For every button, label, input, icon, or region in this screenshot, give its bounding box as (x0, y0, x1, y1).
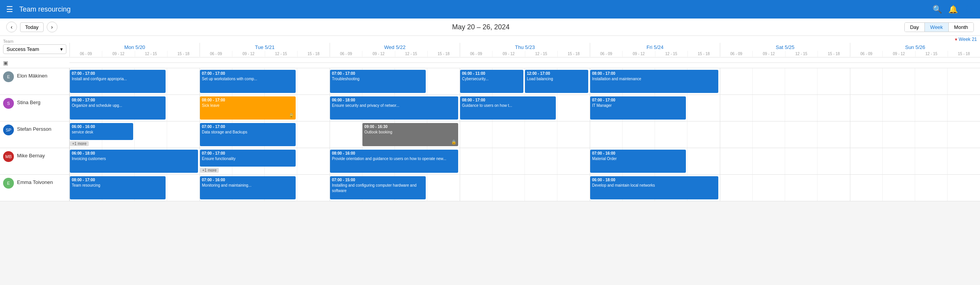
person-row: SPStefan Persson06:00 - 16:00service des… (0, 121, 980, 148)
event-block[interactable]: 08:00 - 17:00Sick leave🔒 (200, 96, 296, 120)
event-block[interactable]: 08:00 - 17:00Organize and schedule upg..… (70, 96, 166, 120)
event-block[interactable]: 09:00 - 16:30Outlook booking🔒 (362, 123, 458, 146)
event-title: Installation and maintenance (592, 76, 716, 82)
event-block[interactable]: 07:00 - 16:00Monitoring and maintaining.… (200, 176, 296, 199)
time-slot: 09 - 12 (623, 51, 655, 57)
user-avatar-icon[interactable]: 👤 (964, 5, 974, 14)
toolbar: ‹ Today › May 20 – 26, 2024 Day Week Mon… (0, 19, 980, 36)
event-time: 07:00 - 16:00 (592, 151, 684, 156)
event-title: Install and configure appropria... (72, 76, 164, 82)
time-slot: 15 - 18 (948, 51, 980, 57)
event-title: Guidance to users on how t... (462, 103, 554, 108)
time-slot: 15 - 18 (298, 51, 330, 57)
day-column-tue: Tue 5/21 (200, 43, 330, 51)
event-time: 07:00 - 16:00 (202, 177, 294, 183)
view-month-button[interactable]: Month (949, 23, 973, 32)
event-time: 06:00 - 18:00 (592, 177, 716, 183)
event-block[interactable]: 12:00 - 17:00Load balancing (525, 70, 588, 93)
event-block[interactable]: 06:00 - 16:00service desk (70, 123, 133, 140)
time-slot: 09 - 12 (753, 51, 785, 57)
sub-slot (427, 175, 460, 201)
event-title: Sick leave (202, 103, 294, 108)
sub-slot (330, 121, 362, 148)
event-block[interactable]: 07:00 - 16:00Material Order (590, 150, 686, 173)
prev-button[interactable]: ‹ (6, 22, 17, 32)
view-day-button[interactable]: Day (905, 23, 925, 32)
event-block[interactable]: 08:00 - 17:00Team resourcing (70, 176, 166, 199)
more-button[interactable]: +1 more (70, 141, 89, 146)
sub-slot (785, 148, 818, 174)
time-slot: 06 - 09 (460, 51, 493, 57)
time-slot: 09 - 12 (493, 51, 525, 57)
team-select[interactable]: Success Team ▾ (3, 44, 66, 54)
sub-slot (785, 175, 818, 201)
event-block[interactable]: 08:00 - 17:00Installation and maintenanc… (590, 70, 718, 93)
day-label-sat: Sat 5/25 (720, 43, 850, 51)
more-button[interactable]: +1 more (200, 168, 219, 173)
sub-slot (720, 175, 753, 201)
event-time: 07:00 - 17:00 (202, 151, 294, 156)
sub-slot (590, 121, 623, 148)
sub-slot (297, 175, 330, 201)
day-area-fri: 07:00 - 17:00IT Manager (590, 95, 720, 121)
day-area-fri: 07:00 - 16:00Material Order (590, 148, 720, 174)
person-name: Elon Mäkinen (17, 71, 47, 79)
sub-slot (850, 121, 883, 148)
sub-slot (785, 121, 818, 148)
sub-slot (493, 175, 525, 201)
sub-slot (948, 148, 980, 174)
today-button[interactable]: Today (20, 22, 44, 32)
sub-slot (655, 121, 687, 148)
notification-icon[interactable]: 🔔 (948, 5, 958, 14)
sub-slot (297, 121, 330, 148)
event-block[interactable]: 08:00 - 16:00Provide orientation and gui… (330, 150, 458, 173)
person-info: EEmma Toivonen (0, 175, 69, 201)
day-label-tue: Tue 5/21 (200, 43, 330, 51)
event-block[interactable]: 07:00 - 17:00Ensure functionality (200, 150, 296, 167)
day-area-fri: 06:00 - 18:00Develop and maintain local … (590, 175, 720, 201)
event-block[interactable]: 07:00 - 17:00Set up workstations with co… (200, 70, 296, 93)
event-time: 08:00 - 17:00 (462, 98, 554, 103)
day-area-sun (850, 121, 980, 148)
collapse-button[interactable]: ▣ (0, 60, 69, 66)
event-block[interactable]: 06:00 - 18:00Ensure security and privacy… (330, 96, 458, 120)
lock-icon: 🔒 (289, 113, 294, 118)
day-area-wed: 08:00 - 16:00Provide orientation and gui… (330, 148, 460, 174)
menu-icon[interactable]: ☰ (6, 5, 13, 14)
day-area-sat (720, 95, 850, 121)
event-block[interactable]: 07:00 - 17:00IT Manager (590, 96, 686, 120)
sub-slot (557, 121, 590, 148)
time-slot: 06 - 09 (70, 51, 102, 57)
sub-slot (883, 95, 915, 121)
view-week-button[interactable]: Week (925, 23, 949, 32)
event-block[interactable]: 06:00 - 18:00Develop and maintain local … (590, 176, 718, 199)
sub-slot (135, 121, 167, 148)
event-time: 07:00 - 17:00 (202, 71, 294, 76)
time-slot: 06 - 09 (720, 51, 753, 57)
sub-slot (785, 68, 818, 94)
event-title: Ensure security and privacy of networ... (332, 103, 456, 108)
search-icon[interactable]: 🔍 (933, 5, 942, 14)
sub-slot (850, 68, 883, 94)
person-row: EEmma Toivonen08:00 - 17:00Team resourci… (0, 175, 980, 201)
schedule-area: 08:00 - 17:00Organize and schedule upg..… (69, 95, 980, 121)
event-block[interactable]: 08:00 - 17:00Guidance to users on how t.… (460, 96, 556, 120)
event-block[interactable]: 07:00 - 17:00Data storage and Backups (200, 123, 296, 146)
person-row: MBMike Bernay06:00 - 18:00Invoicing cust… (0, 148, 980, 175)
sub-slot (883, 175, 915, 201)
event-block[interactable]: 06:00 - 11:00Cybersecurity... (460, 70, 523, 93)
event-block[interactable]: 07:00 - 17:00Install and configure appro… (70, 70, 166, 93)
event-block[interactable]: 07:00 - 17:00Troubleshooting (330, 70, 426, 93)
sub-slot (557, 95, 590, 121)
event-block[interactable]: 06:00 - 18:00Invoicing customers (70, 150, 198, 173)
event-block[interactable]: 07:00 - 15:00Installing and configuring … (330, 176, 426, 199)
day-column-wed: Wed 5/22 (330, 43, 460, 51)
day-area-tue: 08:00 - 17:00Sick leave🔒 (200, 95, 330, 121)
person-name: Stina Berg (17, 98, 41, 105)
sub-slot (818, 175, 850, 201)
next-button[interactable]: › (47, 22, 58, 32)
sub-slot (948, 68, 980, 94)
sub-slot (915, 95, 948, 121)
time-slot: 06 - 09 (330, 51, 362, 57)
day-column-sat: Sat 5/25 (720, 43, 850, 51)
